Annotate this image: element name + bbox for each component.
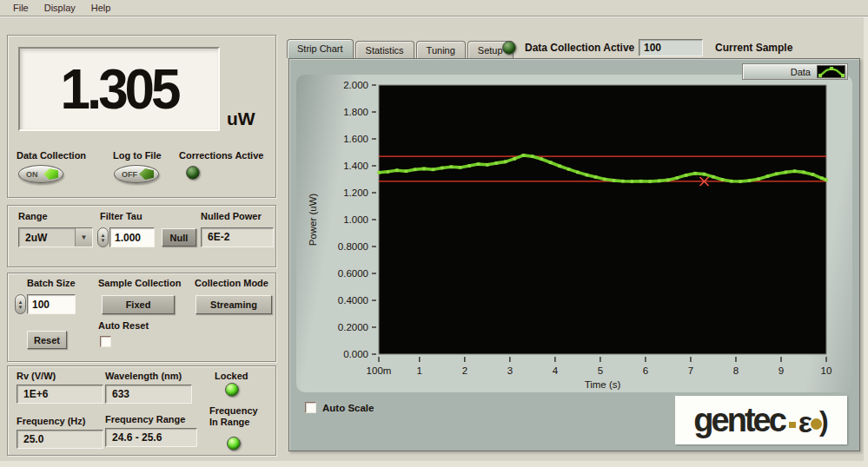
collection-mode-button[interactable]: Streaming: [195, 295, 272, 314]
data-point-marker: [784, 171, 787, 174]
toggle-arrow-icon: [139, 168, 154, 180]
power-readout-value: 1.305: [60, 57, 177, 122]
batch-size-spinner[interactable]: ▲ ▼: [15, 294, 26, 314]
gentec-logo-dash: [789, 422, 796, 428]
auto-reset-checkbox[interactable]: [100, 336, 111, 347]
filter-tau-spinner[interactable]: ▲ ▼: [97, 227, 109, 247]
log-to-file-toggle-state: OFF: [119, 170, 139, 179]
data-point-marker: [449, 165, 453, 168]
data-point-marker: [775, 173, 779, 176]
range-label: Range: [18, 211, 48, 221]
nulled-power-label: Nulled Power: [201, 211, 262, 221]
auto-scale-checkbox[interactable]: [305, 402, 316, 413]
frequency-in-range-label-line1: Frequency: [209, 405, 258, 416]
frequency-range-field: 24.6 - 25.6: [105, 428, 197, 447]
rv-label: Rv (V/W): [17, 371, 56, 381]
x-axis-tick-label: 7: [688, 365, 693, 376]
corrections-active-label: Corrections Active: [179, 150, 263, 161]
data-point-marker: [441, 167, 444, 170]
data-point-marker: [404, 169, 407, 173]
corrections-active-led: [186, 166, 200, 180]
x-axis-tick-label: 2: [462, 365, 467, 376]
locked-led: [225, 383, 239, 397]
y-axis-tick-label: 0.6000: [338, 268, 368, 279]
power-readout-display: 1.305: [18, 47, 220, 131]
data-point-marker: [531, 155, 534, 158]
data-point-marker: [730, 180, 733, 183]
data-point-marker: [576, 171, 580, 174]
data-point-marker: [639, 180, 643, 183]
batch-size-label: Batch Size: [27, 278, 76, 288]
current-sample-label: Current Sample: [715, 42, 792, 54]
wavelength-field: 633: [105, 385, 192, 404]
x-axis-tick-label: 10: [821, 365, 832, 376]
frequency-field: 25.0: [17, 430, 103, 449]
data-point-marker: [721, 178, 725, 181]
range-panel: Range Filter Tau Nulled Power 2uW ▼ ▲ ▼ …: [7, 205, 276, 267]
chevron-down-icon[interactable]: ▼: [75, 228, 92, 247]
tab-tuning[interactable]: Tuning: [416, 41, 466, 58]
tab-strip-chart[interactable]: Strip Chart: [287, 39, 354, 58]
data-point-marker: [486, 163, 489, 167]
gentec-logo-paren: ): [819, 405, 829, 437]
data-point-marker: [676, 176, 679, 180]
data-point-marker: [522, 154, 526, 157]
collection-panel: Batch Size Sample Collection Collection …: [7, 273, 276, 362]
menu-help[interactable]: Help: [83, 1, 119, 15]
sample-collection-value: Fixed: [126, 299, 151, 310]
filter-tau-field[interactable]: [109, 227, 155, 247]
menu-file[interactable]: File: [5, 1, 36, 15]
tab-strip: Strip Chart Statistics Tuning Setup: [287, 38, 515, 58]
data-point-marker: [739, 180, 742, 183]
x-axis-tick-label: 100m: [367, 365, 392, 376]
current-sample-field[interactable]: [639, 39, 703, 56]
frequency-label: Frequency (Hz): [17, 416, 85, 426]
data-collection-toggle[interactable]: ON: [18, 165, 63, 183]
plot-area[interactable]: [379, 85, 826, 354]
spinner-down-icon[interactable]: ▼: [101, 238, 106, 243]
gentec-logo: gentec ε ): [675, 396, 847, 444]
x-axis-tick-label: 3: [507, 365, 513, 376]
x-axis-tick-label: 1: [417, 365, 422, 376]
data-point-marker: [377, 171, 381, 174]
log-to-file-label: Log to File: [113, 150, 162, 161]
y-axis-tick-label: 0.2000: [338, 322, 368, 332]
data-point-marker: [432, 168, 435, 172]
rv-field: 1E+6: [17, 385, 103, 404]
null-button[interactable]: Null: [162, 228, 196, 247]
frequency-in-range-led: [227, 437, 241, 451]
tab-statistics[interactable]: Statistics: [355, 41, 414, 58]
sample-collection-button[interactable]: Fixed: [102, 295, 175, 314]
reset-button[interactable]: Reset: [27, 331, 67, 349]
data-point-marker: [693, 172, 697, 175]
app-window: File Display Help 1.305 uW Data Collecti…: [0, 0, 868, 467]
y-axis-tick-label: 1.000: [343, 214, 368, 225]
data-point-marker: [658, 180, 661, 183]
y-axis-tick-label: 0.000: [343, 349, 368, 359]
sensor-panel: Rv (V/W) Wavelength (nm) Locked 1E+6 633…: [7, 365, 276, 456]
legend-line-icon[interactable]: [817, 65, 845, 78]
x-axis-tick-label: 6: [643, 365, 648, 376]
batch-size-field[interactable]: [27, 294, 76, 314]
data-point-marker: [513, 157, 516, 161]
spinner-down-icon[interactable]: ▼: [18, 305, 23, 310]
menu-bar: File Display Help: [0, 0, 868, 16]
data-point-marker: [613, 179, 616, 182]
chart-legend[interactable]: Data: [742, 63, 848, 80]
log-to-file-toggle[interactable]: OFF: [114, 165, 159, 183]
strip-chart[interactable]: 2.0001.8001.6001.4001.2001.0000.80000.60…: [289, 59, 861, 452]
data-point-marker: [621, 180, 625, 183]
y-axis-tick-label: 0.8000: [338, 241, 368, 252]
data-point-marker: [685, 174, 688, 177]
data-point-marker: [459, 166, 462, 169]
y-axis-tick-label: 1.400: [343, 161, 368, 171]
data-point-marker: [802, 171, 805, 174]
menu-display[interactable]: Display: [36, 1, 83, 15]
data-point-marker: [414, 168, 417, 172]
gentec-logo-word: gentec: [693, 402, 784, 439]
data-point-marker: [748, 179, 752, 182]
locked-label: Locked: [215, 371, 248, 381]
range-dropdown[interactable]: 2uW ▼: [18, 227, 93, 247]
filter-tau-label: Filter Tau: [100, 211, 142, 221]
y-axis-tick-label: 0.4000: [338, 295, 368, 306]
